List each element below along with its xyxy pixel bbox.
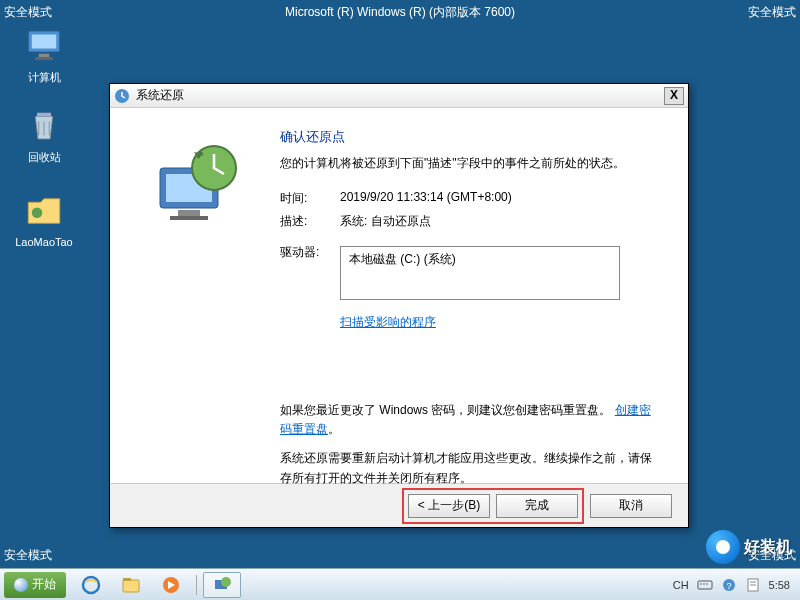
close-button[interactable]: X (664, 87, 684, 105)
taskbar-explorer-icon[interactable] (112, 572, 150, 598)
tray-action-icon[interactable] (745, 577, 761, 593)
drives-label: 驱动器: (280, 244, 340, 300)
desktop-icon-label: 计算机 (28, 71, 61, 83)
cancel-button[interactable]: 取消 (590, 494, 672, 518)
password-hint-text: 如果您最近更改了 Windows 密码，则建议您创建密码重置盘。 (280, 403, 611, 417)
dialog-heading: 确认还原点 (280, 128, 658, 146)
watermark: 好装机 (706, 530, 792, 564)
dialog-title: 系统还原 (136, 87, 664, 104)
svg-point-20 (703, 583, 705, 585)
back-button[interactable]: < 上一步(B) (408, 494, 490, 518)
highlighted-buttons: < 上一步(B) 完成 (402, 488, 584, 524)
taskbar-ie-icon[interactable] (72, 572, 110, 598)
desktop-icon-folder[interactable]: LaoMaoTao (14, 190, 74, 248)
tray-keyboard-icon[interactable] (697, 577, 713, 593)
svg-rect-14 (123, 578, 131, 581)
svg-rect-3 (35, 57, 53, 60)
safe-mode-label-tl: 安全模式 (4, 4, 52, 21)
computer-icon (23, 24, 65, 66)
svg-rect-18 (698, 581, 712, 589)
system-restore-dialog: 系统还原 X 确认还原点 您的计算机将被还原到下面"描述"字段中的事件 (109, 83, 689, 528)
svg-point-5 (32, 208, 43, 219)
taskbar-media-icon[interactable] (152, 572, 190, 598)
dialog-content: 确认还原点 您的计算机将被还原到下面"描述"字段中的事件之前所处的状态。 时间:… (270, 108, 688, 483)
desktop-icon-recycle[interactable]: 回收站 (14, 104, 74, 165)
description-label: 描述: (280, 213, 340, 230)
svg-point-19 (700, 583, 702, 585)
dialog-titlebar[interactable]: 系统还原 X (110, 84, 688, 108)
scan-affected-link[interactable]: 扫描受影响的程序 (340, 314, 436, 331)
tray-help-icon[interactable]: ? (721, 577, 737, 593)
svg-rect-9 (178, 210, 200, 216)
taskbar-app-restore[interactable] (203, 572, 241, 598)
svg-rect-13 (123, 580, 139, 592)
svg-text:?: ? (726, 581, 731, 591)
drives-listbox[interactable]: 本地磁盘 (C:) (系统) (340, 246, 620, 300)
watermark-text: 好装机 (744, 537, 792, 558)
recycle-bin-icon (23, 104, 65, 146)
language-indicator[interactable]: CH (673, 579, 689, 591)
desktop-icon-label: LaoMaoTao (15, 236, 73, 248)
desktop-icon-computer[interactable]: 计算机 (14, 24, 74, 85)
time-value: 2019/9/20 11:33:14 (GMT+8:00) (340, 190, 658, 207)
safe-mode-label-bl: 安全模式 (4, 547, 52, 564)
watermark-logo-icon (706, 530, 740, 564)
description-value: 系统: 自动还原点 (340, 213, 658, 230)
svg-rect-1 (32, 35, 57, 49)
safe-mode-label-tr: 安全模式 (748, 4, 796, 21)
folder-icon (23, 190, 65, 232)
tray-clock[interactable]: 5:58 (769, 579, 790, 591)
drive-item: 本地磁盘 (C:) (系统) (349, 252, 456, 266)
svg-rect-2 (39, 54, 50, 58)
taskbar-separator (196, 575, 197, 595)
system-restore-image (130, 138, 250, 228)
start-button[interactable]: 开始 (4, 572, 66, 598)
time-label: 时间: (280, 190, 340, 207)
dialog-footer: < 上一步(B) 完成 取消 (110, 483, 688, 527)
desktop-icon-label: 回收站 (28, 151, 61, 163)
svg-rect-4 (37, 113, 51, 117)
desktop-build-title: Microsoft (R) Windows (R) (内部版本 7600) (285, 4, 515, 21)
system-tray: CH ? 5:58 (673, 577, 796, 593)
dialog-description: 您的计算机将被还原到下面"描述"字段中的事件之前所处的状态。 (280, 154, 658, 172)
svg-point-21 (706, 583, 708, 585)
dialog-sidebar (110, 108, 270, 483)
svg-point-17 (221, 577, 231, 587)
restart-warning-text: 系统还原需要重新启动计算机才能应用这些更改。继续操作之前，请保存所有打开的文件并… (280, 449, 658, 487)
start-label: 开始 (32, 576, 56, 593)
taskbar: 开始 CH ? 5:58 (0, 568, 800, 600)
windows-orb-icon (14, 578, 28, 592)
svg-rect-10 (170, 216, 208, 220)
finish-button[interactable]: 完成 (496, 494, 578, 518)
restore-icon (114, 88, 130, 104)
